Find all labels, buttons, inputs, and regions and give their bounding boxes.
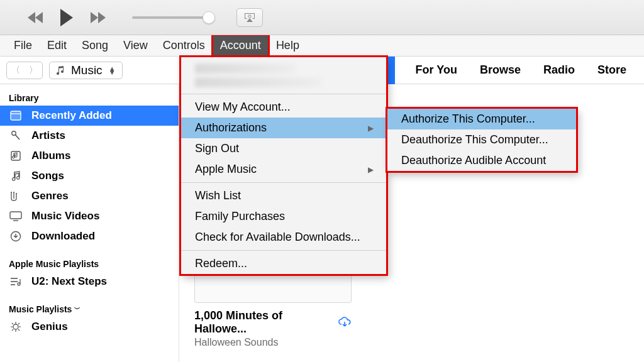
account-email-redacted	[195, 77, 321, 87]
svg-point-17	[13, 324, 18, 329]
nav-forward-button[interactable]: 〉	[25, 62, 42, 79]
menu-item-deauthorize-computer[interactable]: Deauthorize This Computer...	[387, 129, 576, 150]
submenu-arrow-icon: ▶	[368, 165, 374, 174]
volume-slider[interactable]	[132, 16, 214, 19]
tv-icon	[9, 211, 23, 221]
menu-item-sign-out[interactable]: Sign Out	[181, 138, 386, 159]
menu-account[interactable]: Account	[213, 35, 269, 56]
sidebar-item-label: Genres	[31, 190, 69, 202]
menu-item-authorize-computer[interactable]: Authorize This Computer...	[387, 109, 576, 129]
menu-controls[interactable]: Controls	[155, 35, 213, 56]
album-icon	[9, 150, 23, 162]
sidebar-item-songs[interactable]: Songs	[0, 166, 179, 186]
menu-edit[interactable]: Edit	[40, 35, 74, 56]
tab-for-you[interactable]: For You	[416, 63, 457, 77]
authorizations-submenu: Authorize This Computer... Deauthorize T…	[387, 108, 577, 172]
menu-song[interactable]: Song	[74, 35, 116, 56]
picker-caret-icon: ▲▼	[109, 67, 116, 74]
cloud-download-icon[interactable]	[338, 317, 352, 328]
account-menu: View My Account... Authorizations▶ Sign …	[180, 57, 387, 275]
genius-icon	[9, 321, 23, 332]
playlist-icon	[9, 277, 23, 287]
menu-item-wish-list[interactable]: Wish List	[181, 185, 386, 206]
sidebar-item-music-videos[interactable]: Music Videos	[0, 206, 179, 226]
sidebar: Library Recently Added Artists Albums So…	[0, 84, 179, 362]
music-note-icon	[55, 65, 65, 75]
menu-view[interactable]: View	[116, 35, 155, 56]
menu-item-authorizations[interactable]: Authorizations▶	[181, 118, 386, 138]
tab-browse[interactable]: Browse	[480, 63, 521, 77]
menu-item-check-downloads[interactable]: Check for Available Downloads...	[181, 227, 386, 248]
volume-knob[interactable]	[203, 11, 215, 24]
guitar-icon	[9, 190, 23, 202]
menu-item-apple-music[interactable]: Apple Music▶	[181, 159, 386, 180]
mic-icon	[9, 130, 23, 141]
account-name-redacted	[195, 63, 296, 74]
sidebar-item-genius[interactable]: Genius	[0, 317, 179, 337]
sidebar-header-library: Library	[0, 89, 179, 106]
svg-line-4	[15, 134, 19, 140]
playback-controls	[0, 8, 263, 28]
menu-item-deauthorize-audible[interactable]: Deauthorize Audible Account	[387, 150, 576, 171]
playback-toolbar	[0, 0, 644, 35]
nav-buttons: 〈 〉	[6, 62, 43, 79]
sidebar-item-downloaded[interactable]: Downloaded	[0, 226, 179, 246]
calendar-icon	[9, 110, 23, 121]
sidebar-item-albums[interactable]: Albums	[0, 146, 179, 166]
submenu-arrow-icon: ▶	[368, 124, 374, 133]
menu-item-view-my-account[interactable]: View My Account...	[181, 97, 386, 118]
nav-back-button[interactable]: 〈	[7, 62, 25, 79]
chevron-down-icon: ﹀	[74, 305, 80, 314]
sidebar-item-label: Downloaded	[31, 230, 95, 243]
sidebar-item-label: Recently Added	[31, 109, 112, 122]
tab-store[interactable]: Store	[597, 63, 626, 77]
menu-file[interactable]: File	[6, 35, 40, 56]
media-picker-label: Music	[71, 63, 103, 77]
note-icon	[9, 170, 23, 182]
svg-point-7	[13, 192, 14, 193]
media-picker[interactable]: Music ▲▼	[49, 62, 123, 79]
tabs: For You Browse Radio Store	[416, 63, 626, 77]
fast-forward-button[interactable]	[88, 8, 108, 28]
album-title: 1,000 Minutes of Hallowe...	[194, 309, 331, 336]
tab-radio[interactable]: Radio	[543, 63, 575, 77]
sidebar-header-music-playlists[interactable]: Music Playlists ﹀	[0, 300, 179, 317]
svg-point-0	[248, 14, 251, 17]
sidebar-header-apple-playlists: Apple Music Playlists	[0, 255, 179, 272]
svg-point-8	[16, 193, 17, 194]
sidebar-item-u2-next-steps[interactable]: U2: Next Steps	[0, 272, 179, 292]
svg-point-6	[11, 192, 12, 193]
play-button[interactable]	[57, 8, 77, 28]
svg-rect-9	[10, 212, 21, 219]
album-subtitle: Halloween Sounds	[194, 337, 352, 348]
sidebar-item-label: Music Videos	[31, 210, 99, 222]
svg-rect-1	[11, 111, 21, 120]
sidebar-item-artists[interactable]: Artists	[0, 126, 179, 146]
sidebar-item-recently-added[interactable]: Recently Added	[0, 106, 179, 126]
menu-item-family-purchases[interactable]: Family Purchases	[181, 206, 386, 227]
sidebar-item-label: Artists	[31, 129, 65, 142]
sidebar-item-label: Songs	[31, 170, 64, 182]
sidebar-item-label: U2: Next Steps	[31, 275, 107, 288]
sidebar-item-label: Albums	[31, 150, 70, 162]
rewind-button[interactable]	[25, 8, 45, 28]
airplay-button[interactable]	[236, 8, 263, 27]
menu-bar: File Edit Song View Controls Account Hel…	[0, 35, 644, 57]
sidebar-item-genres[interactable]: Genres	[0, 186, 179, 206]
download-icon	[9, 231, 23, 242]
menu-help[interactable]: Help	[269, 35, 307, 56]
sidebar-item-label: Genius	[31, 321, 68, 333]
menu-item-redeem[interactable]: Redeem...	[181, 253, 386, 274]
